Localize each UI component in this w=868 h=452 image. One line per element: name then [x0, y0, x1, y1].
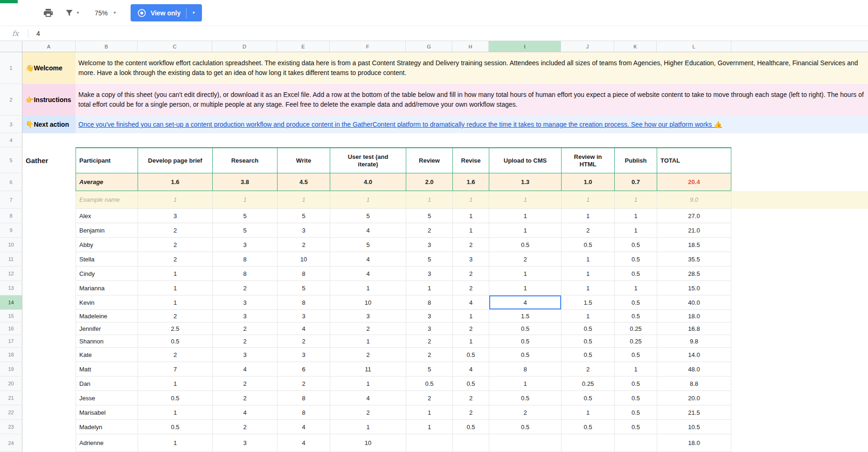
empty-cell[interactable] — [22, 209, 76, 223]
column-header-l[interactable]: L — [657, 41, 731, 52]
value-cell[interactable]: 2 — [212, 377, 277, 391]
value-cell[interactable]: 4 — [452, 362, 489, 377]
value-cell[interactable] — [614, 434, 657, 452]
value-cell[interactable]: 8 — [277, 267, 330, 281]
value-cell[interactable]: 0.5 — [406, 377, 452, 391]
welcome-label-cell[interactable]: 👋Welcome — [22, 52, 76, 84]
column-header-g[interactable]: G — [406, 41, 452, 52]
value-cell[interactable]: 1 — [138, 434, 212, 452]
value-cell[interactable]: 4 — [330, 391, 406, 405]
value-cell[interactable]: 2.5 — [138, 322, 212, 335]
example-cell[interactable]: 1 — [406, 191, 452, 209]
row-header[interactable]: 18 — [0, 348, 22, 362]
average-cell[interactable]: 1.3 — [489, 173, 561, 191]
empty-cell[interactable] — [22, 322, 76, 335]
row-header[interactable]: 19 — [0, 362, 22, 377]
value-cell[interactable]: 1 — [138, 405, 212, 420]
row-header[interactable]: 12 — [0, 267, 22, 281]
average-cell[interactable]: 1.0 — [561, 173, 614, 191]
value-cell[interactable]: 7 — [138, 362, 212, 377]
empty-cell[interactable] — [22, 434, 76, 452]
value-cell[interactable]: 2 — [452, 391, 489, 405]
value-cell[interactable]: 4 — [330, 267, 406, 281]
value-cell[interactable]: 2 — [330, 322, 406, 335]
row-header[interactable]: 9 — [0, 223, 22, 238]
example-cell[interactable]: 1 — [561, 191, 614, 209]
total-cell[interactable]: 14.0 — [657, 348, 731, 362]
row-header[interactable]: 11 — [0, 252, 22, 267]
value-cell[interactable]: 1 — [561, 405, 614, 420]
value-cell[interactable]: 3 — [138, 209, 212, 223]
value-cell[interactable]: 1 — [138, 267, 212, 281]
example-total-cell[interactable]: 9.0 — [657, 191, 731, 209]
participant-name-cell[interactable]: Adrienne — [76, 434, 138, 452]
value-cell[interactable]: 2 — [212, 281, 277, 295]
zoom-control[interactable]: 75% ▼ — [95, 9, 117, 17]
empty-cell[interactable] — [22, 420, 76, 434]
value-cell[interactable]: 2 — [212, 420, 277, 434]
value-cell[interactable]: 0.25 — [614, 335, 657, 348]
total-cell[interactable]: 10.5 — [657, 420, 731, 434]
value-cell[interactable]: 0.25 — [614, 322, 657, 335]
empty-cell[interactable] — [22, 348, 76, 362]
value-cell[interactable]: 2 — [277, 335, 330, 348]
value-cell[interactable]: 1 — [138, 295, 212, 310]
row-header[interactable]: 8 — [0, 209, 22, 223]
value-cell[interactable]: 2 — [452, 267, 489, 281]
value-cell[interactable]: 1 — [489, 209, 561, 223]
value-cell[interactable]: 8 — [212, 252, 277, 267]
example-cell[interactable]: 1 — [277, 191, 330, 209]
empty-cell[interactable] — [22, 281, 76, 295]
empty-row[interactable] — [22, 133, 868, 147]
total-cell[interactable]: 21.0 — [657, 223, 731, 238]
value-cell[interactable]: 3 — [452, 252, 489, 267]
empty-cell[interactable] — [22, 173, 76, 191]
participant-name-cell[interactable]: Jesse — [76, 391, 138, 405]
participant-name-cell[interactable]: Stella — [76, 252, 138, 267]
row-header-selected[interactable]: 14 — [0, 295, 22, 310]
total-cell[interactable]: 20.0 — [657, 391, 731, 405]
average-cell[interactable]: 1.6 — [452, 173, 489, 191]
value-cell[interactable]: 2 — [212, 335, 277, 348]
value-cell[interactable]: 0.5 — [489, 420, 561, 434]
column-header-h[interactable]: H — [452, 41, 489, 52]
value-cell[interactable]: 3 — [212, 238, 277, 252]
row-header[interactable]: 17 — [0, 335, 22, 348]
instructions-label-cell[interactable]: 👉Instructions — [22, 84, 76, 116]
value-cell[interactable]: 2 — [330, 348, 406, 362]
value-cell[interactable]: 2 — [138, 223, 212, 238]
total-cell[interactable]: 28.5 — [657, 267, 731, 281]
value-cell[interactable]: 1 — [452, 310, 489, 322]
value-cell[interactable]: 3 — [212, 348, 277, 362]
row-header[interactable]: 13 — [0, 281, 22, 295]
value-cell[interactable]: 8 — [406, 295, 452, 310]
column-header-i-selected[interactable]: I — [489, 41, 561, 52]
print-button[interactable] — [43, 7, 54, 18]
value-cell[interactable]: 0.5 — [614, 391, 657, 405]
value-cell[interactable]: 2 — [489, 405, 561, 420]
total-cell[interactable]: 18.0 — [657, 434, 731, 452]
header-research[interactable]: Research — [212, 147, 277, 173]
row-header[interactable]: 4 — [0, 133, 22, 147]
value-cell[interactable]: 1 — [561, 281, 614, 295]
value-cell[interactable] — [452, 434, 489, 452]
value-cell[interactable]: 0.5 — [614, 295, 657, 310]
value-cell[interactable]: 2 — [138, 348, 212, 362]
row-header[interactable]: 24 — [0, 434, 22, 452]
total-cell[interactable]: 15.0 — [657, 281, 731, 295]
value-cell[interactable]: 5 — [330, 209, 406, 223]
example-name-cell[interactable]: Example name — [76, 191, 138, 209]
value-cell[interactable]: 0.5 — [452, 377, 489, 391]
value-cell[interactable]: 0.5 — [561, 348, 614, 362]
participant-name-cell[interactable]: Kevin — [76, 295, 138, 310]
column-header-b[interactable]: B — [76, 41, 138, 52]
value-cell[interactable]: 1 — [561, 209, 614, 223]
participant-name-cell[interactable]: Cindy — [76, 267, 138, 281]
total-cell[interactable]: 9.8 — [657, 335, 731, 348]
total-cell[interactable]: 27.0 — [657, 209, 731, 223]
participant-name-cell[interactable]: Benjamin — [76, 223, 138, 238]
value-cell[interactable]: 0.5 — [489, 335, 561, 348]
value-cell[interactable]: 3 — [277, 310, 330, 322]
value-cell[interactable]: 2 — [277, 238, 330, 252]
average-cell[interactable]: 4.0 — [330, 173, 406, 191]
